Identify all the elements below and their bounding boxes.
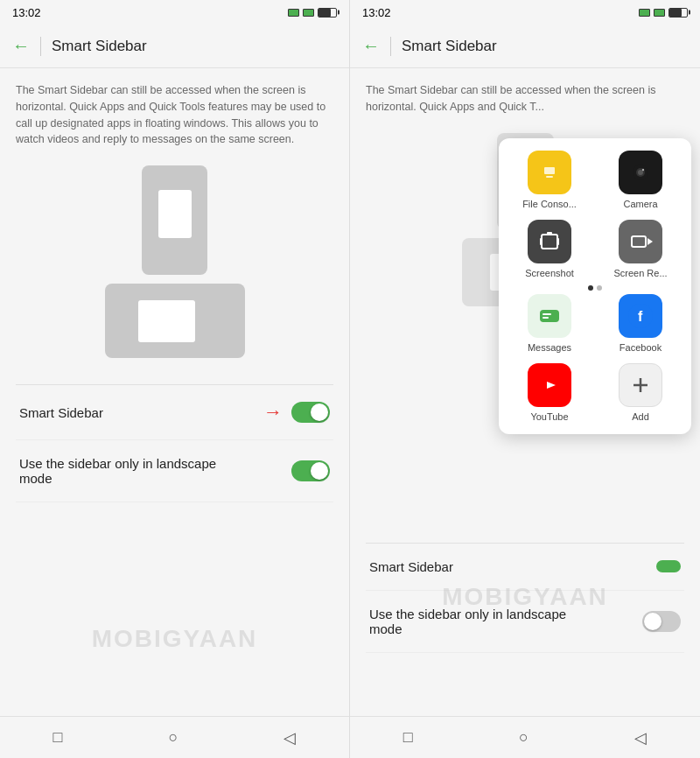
- left-smart-sidebar-label: Smart Sidebar: [19, 405, 237, 420]
- left-landscape-label: Use the sidebar only in landscape mode: [19, 456, 237, 486]
- svg-rect-14: [542, 313, 551, 315]
- svg-point-6: [642, 169, 644, 171]
- left-landscape-row: Use the sidebar only in landscape mode: [16, 440, 333, 502]
- popup-label-camera: Camera: [623, 199, 657, 209]
- left-nav-triangle[interactable]: ◁: [284, 728, 296, 747]
- popup-label-youtube: YouTube: [530, 411, 568, 422]
- left-nav-circle[interactable]: ○: [168, 728, 178, 747]
- right-back-button[interactable]: ←: [362, 36, 380, 56]
- left-content: The Smart Sidebar can still be accessed …: [0, 68, 349, 716]
- left-illustration: [16, 165, 333, 358]
- left-landscape-toggle[interactable]: [291, 460, 330, 481]
- messages-svg: [537, 304, 562, 328]
- svg-marker-12: [648, 238, 653, 245]
- dot-1: [588, 285, 593, 291]
- left-signal2-icon: [303, 9, 314, 17]
- left-signal-icon: [288, 9, 299, 17]
- left-landscape-phone: [105, 284, 245, 358]
- popup-icon-messages: [528, 294, 571, 338]
- left-watermark: MOBIGYAAN: [92, 625, 258, 653]
- popup-icon-facebook: f: [619, 294, 662, 338]
- left-landscape-screen: [138, 300, 195, 342]
- left-smart-sidebar-row: Smart Sidebar →: [16, 385, 333, 440]
- dot-2: [597, 285, 602, 291]
- svg-text:f: f: [638, 309, 643, 324]
- popup-icon-add: [619, 363, 662, 407]
- left-header-divider: [40, 37, 41, 56]
- youtube-svg: [537, 373, 562, 397]
- left-header: ← Smart Sidebar: [0, 25, 349, 68]
- popup-icon-camera: [619, 151, 662, 194]
- popup-item-add[interactable]: Add: [600, 363, 681, 422]
- left-smart-sidebar-arrow: →: [263, 401, 283, 424]
- right-signal-icon: [639, 9, 650, 17]
- left-portrait-screen: [158, 190, 192, 238]
- facebook-svg: f: [628, 304, 653, 328]
- right-nav-triangle[interactable]: ◁: [634, 728, 647, 747]
- popup-item-camera[interactable]: Camera: [600, 151, 681, 209]
- svg-rect-11: [632, 236, 646, 247]
- left-time: 13:02: [12, 6, 41, 19]
- file-console-svg: [537, 160, 562, 185]
- right-page-title: Smart Sidebar: [402, 38, 497, 55]
- popup-item-screenshot[interactable]: Screenshot: [509, 220, 590, 278]
- right-smart-sidebar-indicator: [656, 560, 681, 572]
- right-signal2-icon: [654, 9, 665, 17]
- popup-pagination-dots: [509, 285, 681, 291]
- popup-grid: File Conso... Camera: [509, 151, 681, 278]
- camera-svg: [628, 160, 653, 185]
- right-landscape-row: Use the sidebar only in landscape mode: [366, 591, 684, 653]
- left-nav-bar: □ ○ ◁: [0, 716, 349, 758]
- popup-item-facebook[interactable]: f Facebook: [600, 294, 681, 353]
- left-portrait-phone: [142, 165, 207, 275]
- right-header-divider: [390, 37, 391, 56]
- right-nav-square[interactable]: □: [403, 728, 413, 747]
- right-header: ← Smart Sidebar: [350, 25, 700, 68]
- svg-rect-9: [540, 238, 542, 245]
- right-smart-sidebar-label: Smart Sidebar: [369, 559, 587, 574]
- svg-rect-10: [556, 238, 559, 245]
- right-content: The Smart Sidebar can still be accessed …: [350, 68, 700, 716]
- right-status-icons: [639, 8, 688, 18]
- left-back-button[interactable]: ←: [12, 36, 30, 56]
- right-phone-panel: 13:02 ← Smart Sidebar The Smart Sidebar …: [350, 0, 700, 758]
- popup-label-messages: Messages: [528, 342, 571, 353]
- right-description: The Smart Sidebar can still be accessed …: [366, 82, 684, 116]
- popup-label-facebook: Facebook: [620, 342, 662, 353]
- left-settings-section: Smart Sidebar → Use the sidebar only in …: [16, 384, 333, 502]
- add-svg: [628, 373, 653, 397]
- right-status-bar: 13:02: [350, 0, 700, 25]
- left-portrait-wrapper: [142, 165, 207, 275]
- right-landscape-toggle[interactable]: [642, 611, 681, 632]
- screen-rec-svg: [628, 229, 653, 254]
- right-smart-sidebar-row: Smart Sidebar: [366, 544, 684, 591]
- left-page-title: Smart Sidebar: [52, 38, 147, 55]
- popup-label-add: Add: [632, 411, 649, 422]
- popup-icon-file-console: [528, 151, 571, 194]
- popup-icon-youtube: [528, 363, 571, 407]
- right-battery-icon: [668, 8, 688, 18]
- popup-icon-screenshot: [528, 220, 571, 263]
- popup-item-messages[interactable]: Messages: [509, 294, 590, 353]
- svg-rect-2: [546, 176, 553, 178]
- left-phone-panel: 13:02 ← Smart Sidebar The Smart Sidebar …: [0, 0, 350, 758]
- screenshot-svg: [537, 229, 562, 254]
- popup-label-screen-rec: Screen Re...: [613, 268, 667, 278]
- popup-item-screen-rec[interactable]: Screen Re...: [600, 220, 681, 278]
- popup-item-file-console[interactable]: File Conso...: [509, 151, 590, 209]
- right-time: 13:02: [362, 6, 391, 19]
- popup-item-youtube[interactable]: YouTube: [509, 363, 590, 422]
- svg-rect-8: [547, 232, 552, 235]
- svg-rect-1: [544, 167, 555, 174]
- right-settings-section: Smart Sidebar Use the sidebar only in la…: [366, 543, 684, 653]
- left-description: The Smart Sidebar can still be accessed …: [16, 82, 333, 148]
- right-landscape-label: Use the sidebar only in landscape mode: [369, 607, 587, 636]
- left-smart-sidebar-toggle[interactable]: [291, 402, 330, 423]
- right-nav-circle[interactable]: ○: [519, 728, 528, 747]
- svg-rect-15: [542, 317, 549, 319]
- svg-point-5: [638, 170, 643, 175]
- popup-panel: File Conso... Camera: [499, 138, 691, 434]
- left-nav-square[interactable]: □: [53, 728, 63, 747]
- popup-icon-screen-rec: [619, 220, 662, 263]
- left-status-bar: 13:02: [0, 0, 349, 25]
